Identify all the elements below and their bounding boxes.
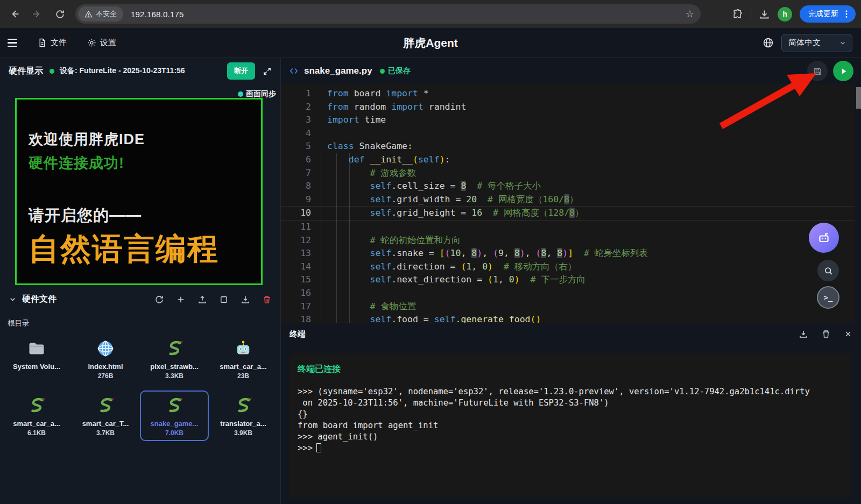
back-icon [9,9,20,19]
terminal-fab-button[interactable]: >_ [817,286,839,309]
code-text: from random import randint [327,101,466,114]
reload-icon [55,9,65,19]
downloads-button[interactable] [759,9,770,20]
file-tile[interactable]: System Volu... [2,333,71,384]
line-number: 15 [290,273,311,287]
code-line[interactable]: 4 [281,127,855,140]
security-badge[interactable]: 不安全 [78,6,123,22]
code-line[interactable]: 1from board import * [281,87,855,101]
line-number: 18 [290,313,311,323]
file-tile[interactable]: snake_game...7.0KB [140,391,209,441]
code-line[interactable]: 12 # 蛇的初始位置和方向 [281,234,855,247]
terminal-lines: >>> (sysname='esp32', nodename='esp32', … [298,386,843,443]
app-header: 文件 设置 胖虎Agent 简体中文 [0,28,861,58]
star-icon[interactable]: ☆ [686,8,694,20]
code-text: self.grid_width = 20 # 网格宽度（160/8） [327,193,578,207]
line-number: 17 [290,300,311,314]
terminal-header: 终端 [281,323,861,345]
file-name: smart_car_a... [220,363,266,371]
robot-icon [234,339,253,358]
line-number: 4 [290,127,311,140]
address-bar[interactable]: 不安全 192.168.0.175 ☆ [75,4,701,24]
code-line[interactable]: 18 self.food = self.generate_food() [281,313,855,323]
snake-file-icon [165,339,184,358]
save-button[interactable] [807,61,828,81]
file-tile[interactable]: smart_car_T...3.7KB [71,391,140,441]
file-tile[interactable]: smart_car_a...23B [209,333,278,384]
back-button[interactable] [5,5,24,23]
chevron-down-icon[interactable] [9,295,17,303]
search-fab-button[interactable] [817,260,839,281]
code-line[interactable]: 15 self.next_direction = (1, 0) # 下一步方向 [281,273,855,287]
terminal-output[interactable]: 终端已连接 >>> (sysname='esp32', nodename='es… [289,353,852,498]
terminal-prompt-icon: >_ [824,293,833,302]
avatar-letter: h [782,10,787,18]
terminal-clear-button[interactable] [821,329,831,339]
code-text: self.grid_height = 16 # 网格高度（128/8） [327,207,584,220]
forward-button[interactable] [28,5,46,23]
globe-icon[interactable] [763,37,774,48]
reload-button[interactable] [51,5,69,23]
plus-icon [176,295,186,304]
ai-assistant-button[interactable] [809,223,839,253]
code-line[interactable]: 2from random import randint [281,101,855,114]
hardware-panel: 硬件显示 设备: FutureLite - 2025-10-23T11:56 断… [0,58,281,504]
update-button[interactable]: 完成更新 [800,5,856,23]
line-number: 6 [290,153,311,167]
files-section-title: 硬件文件 [22,294,57,305]
code-line[interactable]: 16 [281,287,855,300]
folder-icon [27,339,46,358]
terminal-close-button[interactable] [844,330,852,338]
snake-icon [165,396,184,415]
refresh-files-button[interactable] [154,295,164,304]
file-name: pixel_strawb... [150,363,199,371]
code-text: import time [327,113,386,127]
run-button[interactable] [833,61,853,81]
editor-header: snake_game.py 已保存 [281,58,861,84]
code-line[interactable]: 11 [281,221,855,234]
editor-scrollbar[interactable] [856,87,861,109]
language-select[interactable]: 简体中文 [781,34,852,52]
code-line[interactable]: 13 self.snake = [(10, 8), (9, 8), (8, 8)… [281,247,855,260]
code-line[interactable]: 6 def __init__(self): [281,153,855,167]
select-files-button[interactable] [219,295,229,304]
download-icon [241,295,250,304]
terminal-line: >>> (sysname='esp32', nodename='esp32', … [298,386,843,397]
file-tile[interactable]: pixel_strawb...3.3KB [140,333,209,384]
file-tile[interactable]: index.html276B [71,333,140,384]
file-tile[interactable]: translator_a...3.9KB [209,391,278,441]
code-editor[interactable]: 1from board import *2from random import … [281,84,855,323]
code-line[interactable]: 10 self.grid_height = 16 # 网格高度（128/8） [281,206,855,221]
code-line[interactable]: 5class SnakeGame: [281,140,855,153]
code-line[interactable]: 8 self.cell_size = 8 # 每个格子大小 [281,180,855,193]
code-line[interactable]: 17 # 食物位置 [281,300,855,314]
robot-file-icon [234,339,253,358]
new-file-button[interactable] [176,295,186,304]
delete-file-button[interactable] [262,295,272,304]
code-line[interactable]: 14 self.direction = (1, 0) # 移动方向（右） [281,260,855,274]
code-line[interactable]: 7 # 游戏参数 [281,167,855,180]
file-tile[interactable]: smart_car_a...6.1KB [2,391,71,441]
code-line[interactable]: 9 self.grid_width = 20 # 网格宽度（160/8） [281,193,855,207]
disconnect-button[interactable]: 断开 [227,62,255,80]
kebab-menu-icon[interactable] [843,10,850,18]
avatar[interactable]: h [778,7,792,22]
download-file-button[interactable] [241,295,250,304]
snake-icon [165,339,184,358]
trash-icon [821,329,831,339]
file-name: translator_a... [220,420,266,428]
code-line[interactable]: 3import time [281,113,855,127]
line-number: 9 [290,193,311,207]
extensions-button[interactable] [732,9,743,19]
line-number: 16 [290,287,311,300]
forward-icon [32,9,43,19]
code-text: self.cell_size = 8 # 每个格子大小 [327,180,541,193]
line-number: 10 [290,207,311,220]
snake-file-icon [234,396,253,415]
url-text: 192.168.0.175 [131,10,184,19]
terminal-download-button[interactable] [799,329,808,339]
globe-icon [96,339,115,358]
expand-button[interactable] [263,67,272,76]
upload-file-button[interactable] [197,295,207,304]
robot-icon [816,230,831,245]
